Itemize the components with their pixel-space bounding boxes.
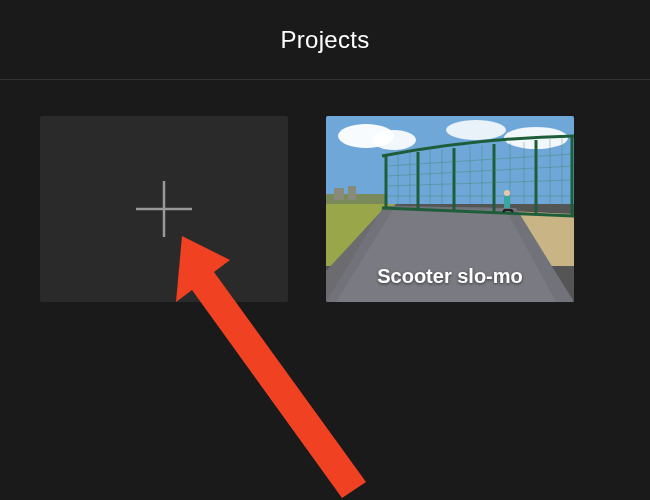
svg-rect-35 xyxy=(504,196,510,208)
svg-point-5 xyxy=(446,120,506,140)
plus-icon xyxy=(132,177,196,241)
svg-point-4 xyxy=(372,130,416,150)
project-tile[interactable]: Scooter slo-mo xyxy=(326,116,574,302)
svg-point-36 xyxy=(504,190,510,196)
svg-point-39 xyxy=(511,210,514,213)
svg-point-38 xyxy=(503,210,506,213)
create-project-button[interactable] xyxy=(40,116,288,302)
page-title: Projects xyxy=(280,26,369,54)
project-label: Scooter slo-mo xyxy=(326,265,574,288)
projects-grid: Scooter slo-mo xyxy=(0,80,650,338)
svg-rect-8 xyxy=(334,188,344,200)
header: Projects xyxy=(0,0,650,80)
svg-rect-9 xyxy=(348,186,356,200)
